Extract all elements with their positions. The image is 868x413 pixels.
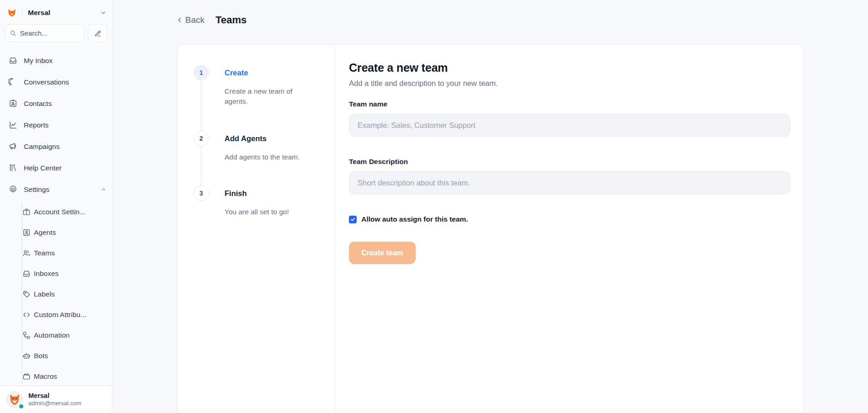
briefcase-icon xyxy=(22,207,31,217)
gear-icon xyxy=(8,185,18,194)
wizard-step-create: 1 Create Create a new team of agents. xyxy=(193,65,316,106)
online-status-dot xyxy=(18,403,24,409)
macro-box-icon xyxy=(22,372,31,381)
create-team-form: Create a new team Add a title and descri… xyxy=(335,45,804,413)
search-input[interactable] xyxy=(5,24,84,42)
divider xyxy=(22,9,22,17)
sidebar-item-reports[interactable]: Reports xyxy=(0,114,112,136)
chat-bubble-icon xyxy=(8,77,18,87)
sidebar-item-custom-attributes[interactable]: Custom Attribu... xyxy=(0,304,112,325)
sidebar-item-contacts[interactable]: Contacts xyxy=(0,93,112,114)
page-title: Teams xyxy=(215,14,246,26)
sidebar-item-label: Labels xyxy=(34,290,55,298)
wizard-steps: 1 Create Create a new team of agents. 2 … xyxy=(177,45,335,413)
sidebar-item-label: Campaigns xyxy=(24,143,59,151)
megaphone-icon xyxy=(8,142,18,151)
search-icon xyxy=(10,29,16,37)
back-button[interactable]: Back xyxy=(176,15,204,25)
contact-card-icon xyxy=(8,99,18,108)
sidebar-item-inboxes[interactable]: Inboxes xyxy=(0,263,112,284)
sidebar-item-label: Account Settin... xyxy=(34,208,86,216)
fox-logo-icon xyxy=(7,8,16,17)
step-description: You are all set to go! xyxy=(225,207,289,217)
auto-assign-toggle[interactable]: Allow auto assign for this team. xyxy=(349,215,790,223)
sidebar-item-bots[interactable]: Bots xyxy=(0,345,112,366)
pencil-icon xyxy=(94,29,102,37)
sidebar-item-my-inbox[interactable]: My Inbox xyxy=(0,50,112,71)
step-number-badge: 1 xyxy=(193,65,209,80)
chevron-down-icon xyxy=(100,10,107,16)
sidebar-item-label: Inboxes xyxy=(34,270,59,278)
user-menu[interactable]: Mersal admin@mersal.com xyxy=(0,386,112,413)
inbox-icon xyxy=(8,56,18,65)
sidebar-item-automation[interactable]: Automation xyxy=(0,325,112,345)
sidebar-item-label: Agents xyxy=(34,228,56,237)
sidebar-item-agents[interactable]: Agents xyxy=(0,222,112,243)
sidebar-item-labels[interactable]: Labels xyxy=(0,284,112,304)
sidebar-item-label: Bots xyxy=(34,352,48,360)
settings-subnav: Account Settin... Agents Teams Inboxes L… xyxy=(0,201,112,387)
sidebar-item-label: Contacts xyxy=(24,100,52,108)
chart-icon xyxy=(8,120,18,130)
avatar xyxy=(5,391,24,409)
sidebar-item-account-settings[interactable]: Account Settin... xyxy=(0,201,112,222)
wizard-step-add-agents: 2 Add Agents Add agents to the team. xyxy=(193,131,300,162)
sidebar-item-label: Help Center xyxy=(24,164,62,172)
user-email: admin@mersal.com xyxy=(28,400,81,407)
step-number-badge: 2 xyxy=(193,131,209,146)
workspace-name: Mersal xyxy=(28,9,50,17)
team-description-input[interactable] xyxy=(349,171,790,194)
library-icon xyxy=(8,163,18,173)
create-team-button[interactable]: Create team xyxy=(349,242,416,264)
sidebar-item-settings[interactable]: Settings xyxy=(0,179,112,200)
team-description-label: Team Description xyxy=(349,158,790,166)
team-name-label: Team name xyxy=(349,100,790,108)
chevron-left-icon xyxy=(176,16,183,24)
sidebar-item-conversations[interactable]: Conversations xyxy=(0,71,112,93)
sidebar-item-label: My Inbox xyxy=(24,57,53,65)
auto-assign-label: Allow auto assign for this team. xyxy=(361,215,468,223)
bot-icon xyxy=(22,351,31,360)
inbox-tray-icon xyxy=(22,269,31,278)
main-content: Back Teams 1 Create Create a new team of… xyxy=(113,0,868,413)
wizard-step-finish: 3 Finish You are all set to go! xyxy=(193,185,289,217)
back-label: Back xyxy=(185,15,204,25)
sidebar-item-label: Reports xyxy=(24,121,48,129)
step-number-badge: 3 xyxy=(193,185,209,201)
team-name-input[interactable] xyxy=(349,114,790,137)
agent-card-icon xyxy=(22,228,31,237)
code-icon xyxy=(22,310,31,319)
people-icon xyxy=(22,249,31,258)
page-header: Back Teams xyxy=(176,14,246,26)
step-title: Finish xyxy=(225,185,289,201)
sidebar-item-label: Macros xyxy=(34,372,57,381)
form-subtitle: Add a title and description to your new … xyxy=(349,79,790,88)
compose-button[interactable] xyxy=(88,24,107,42)
form-title: Create a new team xyxy=(349,61,790,74)
chevron-up-icon xyxy=(101,186,107,192)
step-title: Create xyxy=(225,65,316,80)
sidebar-item-label: Teams xyxy=(34,249,55,257)
search-field[interactable] xyxy=(20,29,79,37)
sidebar-item-label: Conversations xyxy=(24,78,69,86)
checkbox-checked-icon[interactable] xyxy=(349,216,357,223)
sidebar: Mersal My Inbox Conversations xyxy=(0,0,113,413)
create-team-card: 1 Create Create a new team of agents. 2 … xyxy=(177,44,804,413)
workspace-switcher[interactable]: Mersal xyxy=(7,6,107,20)
sidebar-item-label: Automation xyxy=(34,331,70,339)
app-window: Mersal My Inbox Conversations xyxy=(0,0,868,413)
tag-icon xyxy=(22,290,31,299)
step-title: Add Agents xyxy=(225,131,300,146)
sidebar-item-teams[interactable]: Teams xyxy=(0,243,112,263)
sidebar-item-label: Custom Attribu... xyxy=(34,311,86,319)
user-name: Mersal xyxy=(28,392,81,400)
sidebar-item-macros[interactable]: Macros xyxy=(0,366,112,387)
sidebar-nav: My Inbox Conversations Contacts Reports … xyxy=(0,50,112,387)
sidebar-item-help-center[interactable]: Help Center xyxy=(0,157,112,179)
step-description: Create a new team of agents. xyxy=(225,86,316,106)
flow-icon xyxy=(22,331,31,340)
sidebar-item-label: Settings xyxy=(24,185,49,194)
step-description: Add agents to the team. xyxy=(225,152,300,162)
sidebar-item-campaigns[interactable]: Campaigns xyxy=(0,136,112,157)
